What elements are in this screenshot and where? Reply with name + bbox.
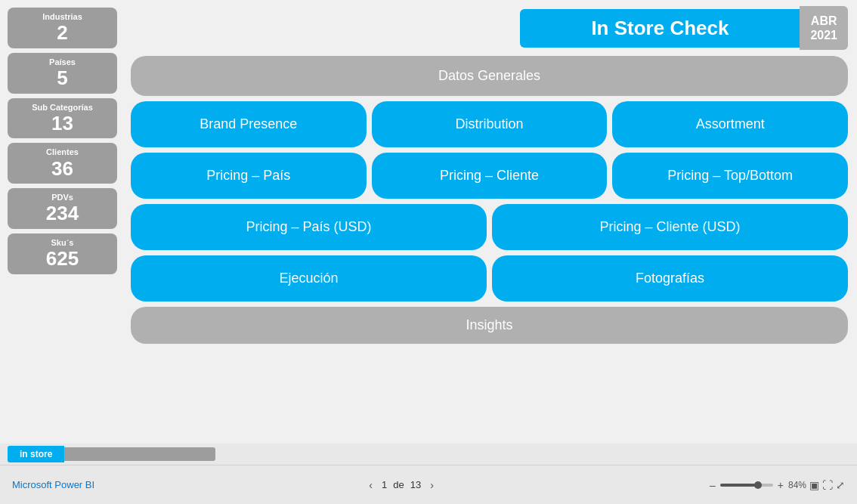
sidebar-label-clientes: Clientes [11,147,114,157]
row-1: Brand Presence Distribution Assortment [131,101,848,147]
pagination-prev-button[interactable]: ‹ [366,478,376,493]
row-2: Pricing – País Pricing – Cliente Pricing… [131,153,848,199]
distribution-button[interactable]: Distribution [372,101,608,147]
zoom-slider[interactable] [720,484,773,487]
progress-bar-area: in store [0,444,857,465]
sidebar-label-subcategorias: Sub Categorías [11,103,114,113]
progress-track [64,447,215,461]
zoom-level: 84% [788,480,806,490]
sidebar-card-paises: Países 5 [8,53,117,94]
fit-page-button[interactable]: ▣ [809,479,819,491]
pricing-cliente-usd-button[interactable]: Pricing – Cliente (USD) [492,204,848,250]
pagination: ‹ 1 de 13 › [366,478,437,493]
zoom-in-button[interactable]: + [776,478,785,493]
date-line1: ABR [810,14,837,28]
zoom-controls: – + 84% ▣ ⛶ ⤢ [708,478,845,493]
header-row: In Store Check ABR 2021 [131,6,848,50]
sidebar-value-paises: 5 [11,67,114,89]
sidebar-value-pdvs: 234 [11,203,114,224]
pagination-total: 13 [410,479,421,490]
sidebar: Industrias 2 Países 5 Sub Categorías 13 … [0,0,125,465]
sidebar-card-clientes: Clientes 36 [8,143,117,184]
nav-grid: Datos Generales Brand Presence Distribut… [131,56,848,344]
pagination-de: de [393,479,404,490]
zoom-slider-fill [720,484,757,487]
pagination-current: 1 [382,479,387,490]
progress-label: in store [8,446,64,462]
date-line2: 2021 [810,28,837,42]
pricing-cliente-button[interactable]: Pricing – Cliente [372,153,608,199]
insights-row: Insights [131,307,848,344]
sidebar-value-industrias: 2 [11,22,114,44]
sidebar-card-industrias: Industrias 2 [8,8,117,48]
sidebar-card-skus: Sku´s 625 [8,233,117,274]
sidebar-value-skus: 625 [11,248,114,270]
insights-button[interactable]: Insights [131,307,848,344]
row-4: Ejecución Fotografías [131,255,848,301]
pricing-topbottom-button[interactable]: Pricing – Top/Bottom [612,153,848,199]
sidebar-card-subcategorias: Sub Categorías 13 [8,98,117,139]
sidebar-value-subcategorias: 13 [11,113,114,135]
date-box: ABR 2021 [800,6,848,50]
brand-presence-button[interactable]: Brand Presence [131,101,367,147]
pagination-next-button[interactable]: › [427,478,437,493]
main-content: In Store Check ABR 2021 Datos Generales … [125,0,857,465]
datos-generales-row: Datos Generales [131,56,848,96]
pricing-pais-usd-button[interactable]: Pricing – País (USD) [131,204,487,250]
bottom-bar: Microsoft Power BI ‹ 1 de 13 › – + 84% ▣… [0,465,857,504]
datos-generales-button[interactable]: Datos Generales [131,56,848,96]
assortment-button[interactable]: Assortment [612,101,848,147]
fullscreen-button[interactable]: ⤢ [836,479,845,491]
sidebar-card-pdvs: PDVs 234 [8,188,117,229]
zoom-handle [754,481,762,489]
pricing-pais-button[interactable]: Pricing – País [131,153,367,199]
zoom-out-button[interactable]: – [708,478,717,493]
fotografias-button[interactable]: Fotografías [492,255,848,301]
powerbi-link[interactable]: Microsoft Power BI [12,479,94,490]
sidebar-value-clientes: 36 [11,158,114,180]
ejecucion-button[interactable]: Ejecución [131,255,487,301]
expand-button[interactable]: ⛶ [822,479,833,491]
sidebar-label-paises: Países [11,57,114,67]
row-3: Pricing – País (USD) Pricing – Cliente (… [131,204,848,250]
title-banner: In Store Check [520,9,800,48]
